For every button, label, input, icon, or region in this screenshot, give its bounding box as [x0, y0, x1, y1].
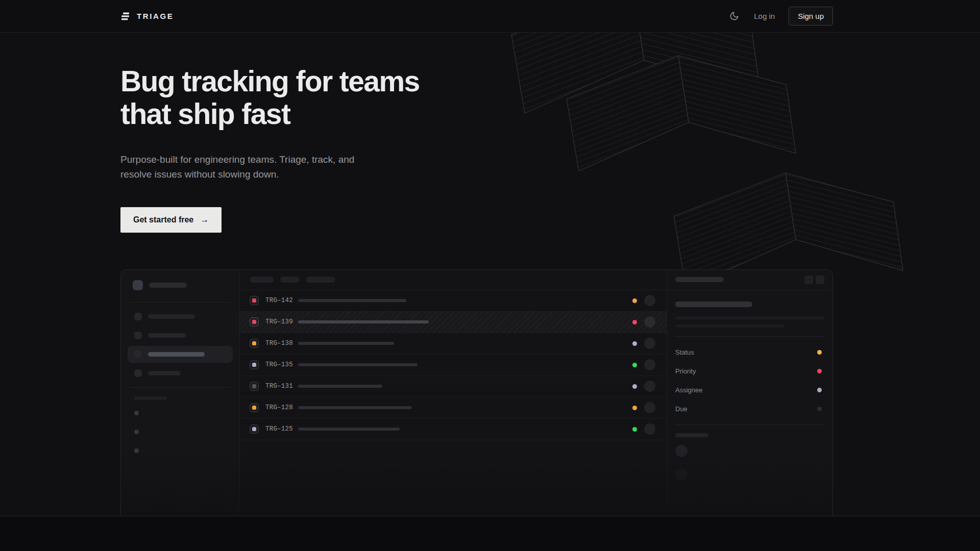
- detail-field: Assignee: [675, 381, 824, 399]
- avatar: [675, 445, 688, 457]
- sidebar-item-icon: [134, 332, 142, 339]
- issue-id: TRG–139: [265, 318, 298, 325]
- sidebar-item: [121, 364, 239, 383]
- due-dot: [817, 407, 822, 411]
- skeleton-line: [675, 324, 784, 328]
- issue-type-icon: [250, 317, 259, 327]
- theme-toggle-moon-icon[interactable]: [728, 10, 740, 22]
- field-label: Assignee: [675, 386, 702, 394]
- skeleton-pill: [250, 277, 274, 283]
- status-dot: [632, 427, 637, 432]
- issue-id: TRG–138: [265, 340, 298, 347]
- issue-row: TRG–142: [240, 290, 667, 312]
- detail-action-button: [816, 276, 824, 284]
- skeleton-pill: [148, 333, 186, 338]
- detail-action-button: [804, 276, 813, 284]
- brand-name: TRIAGE: [137, 12, 174, 20]
- issue-id: TRG–128: [265, 404, 298, 411]
- skeleton-line: [675, 316, 824, 319]
- sidebar-item-icon: [134, 369, 142, 377]
- status-dot: [632, 341, 637, 346]
- issue-id: TRG–131: [265, 383, 298, 390]
- avatar: [644, 295, 655, 306]
- skeleton-pill: [675, 277, 724, 282]
- workspace-icon: [133, 280, 143, 290]
- issue-list: TRG–142 TRG–139 TRG–138: [240, 270, 667, 516]
- issue-id: TRG–125: [265, 425, 298, 433]
- detail-field: Due: [675, 399, 824, 418]
- issue-row: TRG–131: [240, 376, 667, 397]
- status-dot: [632, 406, 637, 410]
- sidebar-dot: [134, 448, 139, 453]
- sidebar-item-icon: [134, 350, 142, 358]
- product-mockup-card: TRG–142 TRG–139 TRG–138: [120, 269, 833, 516]
- issue-title-skeleton: [298, 428, 400, 431]
- avatar: [644, 402, 655, 413]
- avatar: [644, 338, 655, 349]
- issue-type-icon: [250, 424, 259, 434]
- signup-button[interactable]: Sign up: [789, 7, 833, 26]
- footer-strip: [0, 516, 980, 551]
- page-title: Bug tracking for teams that ship fast: [120, 65, 980, 131]
- hero-subtitle: Purpose-built for engineering teams. Tri…: [120, 152, 980, 182]
- issue-title-skeleton: [298, 299, 406, 302]
- sidebar-item-icon: [134, 313, 142, 320]
- field-label: Priority: [675, 367, 696, 375]
- skeleton-title: [675, 302, 752, 307]
- skeleton-pill: [149, 283, 187, 288]
- skeleton-pill: [306, 277, 335, 283]
- skeleton-pill: [280, 277, 300, 283]
- sidebar-item: [121, 326, 239, 345]
- triage-logo-icon: [120, 12, 131, 20]
- status-dot: [632, 298, 637, 303]
- top-nav: TRIAGE Log in Sign up: [0, 0, 980, 33]
- skeleton-pill: [134, 396, 167, 400]
- avatar: [644, 423, 655, 435]
- issue-type-icon: [250, 382, 259, 391]
- sidebar-dot: [134, 411, 139, 415]
- issue-title-skeleton: [298, 320, 429, 323]
- field-label: Due: [675, 405, 688, 413]
- divider: [130, 302, 230, 303]
- workspace-row: [133, 280, 239, 290]
- skeleton-pill: [148, 314, 195, 319]
- avatar: [675, 468, 688, 481]
- detail-field: Priority: [675, 362, 824, 381]
- sidebar-item-active: [128, 346, 233, 363]
- priority-dot: [817, 369, 822, 373]
- issue-title-skeleton: [298, 342, 394, 345]
- skeleton-pill: [148, 371, 181, 375]
- issue-type-icon: [250, 360, 259, 369]
- nav-actions: Log in Sign up: [728, 7, 833, 26]
- status-dot: [632, 384, 637, 389]
- sidebar-item: [121, 307, 239, 326]
- skeleton-pill: [148, 352, 205, 357]
- arrow-right-icon: →: [200, 215, 209, 225]
- issue-row: TRG–135: [240, 355, 667, 376]
- hero-section: Bug tracking for teams that ship fast Pu…: [0, 33, 980, 516]
- divider: [675, 336, 824, 337]
- status-dot: [632, 320, 637, 324]
- brand-lockup: TRIAGE: [120, 12, 174, 20]
- issue-id: TRG–135: [265, 361, 298, 368]
- issue-type-icon: [250, 296, 259, 305]
- detail-field: Status: [675, 343, 824, 362]
- issue-type-icon: [250, 339, 259, 348]
- assignee-dot: [817, 388, 822, 392]
- issue-row: TRG–128: [240, 397, 667, 419]
- issue-title-skeleton: [298, 385, 382, 388]
- issue-detail-panel: Status Priority Assignee Due: [667, 270, 832, 516]
- status-dot: [632, 363, 637, 367]
- issue-type-icon: [250, 403, 259, 412]
- get-started-button[interactable]: Get started free →: [120, 207, 222, 233]
- detail-header: [667, 270, 832, 290]
- avatar: [644, 316, 655, 328]
- divider: [675, 424, 824, 425]
- login-link[interactable]: Log in: [754, 12, 775, 20]
- field-label: Status: [675, 348, 694, 356]
- issue-row-selected: TRG–139: [240, 312, 667, 333]
- list-header: [240, 270, 667, 290]
- sidebar-dot: [134, 430, 139, 434]
- issue-row: TRG–138: [240, 333, 667, 355]
- status-dot: [817, 350, 822, 355]
